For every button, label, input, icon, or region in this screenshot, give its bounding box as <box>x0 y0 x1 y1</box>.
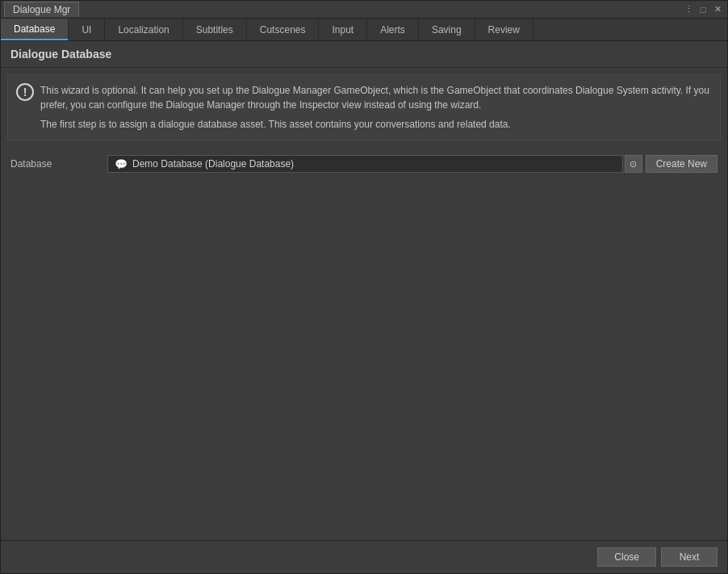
database-field: 💬 Demo Database (Dialogue Database) <box>107 155 623 173</box>
database-row: Database 💬 Demo Database (Dialogue Datab… <box>1 150 727 178</box>
info-paragraph-2: The first step is to assign a dialogue d… <box>40 117 712 132</box>
info-box: ! This wizard is optional. It can help y… <box>7 74 721 140</box>
info-icon: ! <box>16 83 34 101</box>
tab-localization[interactable]: Localization <box>105 19 182 40</box>
tab-ui[interactable]: UI <box>69 19 105 40</box>
database-field-value: Demo Database (Dialogue Database) <box>132 158 294 170</box>
maximize-icon[interactable]: □ <box>697 3 709 16</box>
database-label: Database <box>10 158 107 170</box>
window-title-tab: Dialogue Mgr <box>4 2 79 17</box>
tab-bar: Database UI Localization Subtitles Cutsc… <box>1 19 727 41</box>
title-bar: Dialogue Mgr ⋮ □ ✕ <box>1 1 727 19</box>
tab-cutscenes[interactable]: Cutscenes <box>247 19 320 40</box>
window-title: Dialogue Mgr <box>13 4 70 15</box>
create-new-button[interactable]: Create New <box>646 155 718 173</box>
section-header: Dialogue Database <box>1 41 727 68</box>
close-icon[interactable]: ✕ <box>711 3 724 16</box>
more-options-icon[interactable]: ⋮ <box>682 3 695 16</box>
title-bar-controls: ⋮ □ ✕ <box>682 3 724 16</box>
database-select-button[interactable]: ⊙ <box>625 155 642 173</box>
info-paragraph-1: This wizard is optional. It can help you… <box>40 83 712 112</box>
tab-saving[interactable]: Saving <box>419 19 475 40</box>
tab-subtitles[interactable]: Subtitles <box>183 19 247 40</box>
next-button[interactable]: Next <box>661 547 718 567</box>
section-title: Dialogue Database <box>10 48 111 61</box>
tab-alerts[interactable]: Alerts <box>367 19 419 40</box>
footer: Close Next <box>1 540 727 573</box>
tab-review[interactable]: Review <box>475 19 533 40</box>
database-field-icon: 💬 <box>115 158 128 170</box>
close-button[interactable]: Close <box>597 547 656 567</box>
tab-database[interactable]: Database <box>1 19 69 40</box>
tab-input[interactable]: Input <box>319 19 367 40</box>
main-content: Dialogue Database ! This wizard is optio… <box>1 41 727 540</box>
main-window: Dialogue Mgr ⋮ □ ✕ Database UI Localizat… <box>0 0 728 574</box>
content-spacer <box>1 178 727 540</box>
